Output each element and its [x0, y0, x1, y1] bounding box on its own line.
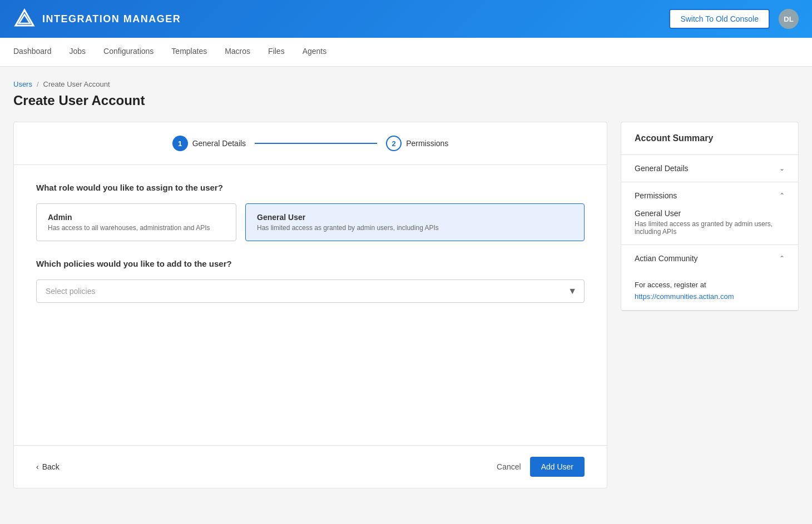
switch-console-button[interactable]: Switch To Old Console: [669, 9, 770, 29]
nav-item-templates[interactable]: Templates: [171, 38, 207, 66]
page-title: Create User Account: [13, 93, 799, 108]
nav-item-configurations[interactable]: Configurations: [103, 38, 154, 66]
summary-community-body: For access, register at https://communit…: [621, 272, 798, 310]
step-2: 2 Permissions: [386, 136, 448, 151]
summary-permissions-body: General User Has limited access as grant…: [621, 209, 798, 244]
breadcrumb-current: Create User Account: [43, 80, 110, 88]
nav-item-macros[interactable]: Macros: [225, 38, 250, 66]
summary-general-label: General Details: [635, 164, 689, 173]
content-layout: 1 General Details 2 Permissions What rol…: [13, 122, 799, 488]
role-options: Admin Has access to all warehouses, admi…: [36, 203, 585, 241]
policies-select-wrapper: Select policies ▼: [36, 280, 585, 303]
summary-section-permissions: Permissions ⌃ General User Has limited a…: [621, 182, 798, 245]
summary-role-desc: Has limited access as granted by admin u…: [635, 220, 785, 236]
role-admin-title: Admin: [48, 213, 225, 222]
role-general-title: General User: [257, 213, 573, 222]
community-text: For access, register at: [635, 281, 785, 289]
nav-item-files[interactable]: Files: [268, 38, 285, 66]
add-user-button[interactable]: Add User: [530, 457, 585, 477]
summary-permissions-header[interactable]: Permissions ⌃: [621, 182, 798, 209]
role-question: What role would you like to assign to th…: [36, 183, 585, 192]
nav-item-agents[interactable]: Agents: [303, 38, 327, 66]
summary-community-label: Actian Community: [635, 254, 698, 263]
policies-question: Which policies would you like to add to …: [36, 259, 585, 268]
role-admin-desc: Has access to all warehouses, administra…: [48, 224, 225, 232]
summary-permissions-label: Permissions: [635, 191, 677, 200]
header-right: Switch To Old Console DL: [669, 9, 799, 29]
back-arrow-icon: ‹: [36, 462, 39, 471]
back-button-label: Back: [42, 462, 60, 471]
step-2-label: Permissions: [406, 139, 448, 148]
summary-panel: Account Summary General Details ⌄ Permis…: [621, 122, 799, 311]
logo-icon: [13, 8, 36, 30]
form-footer: ‹ Back Cancel Add User: [14, 445, 607, 488]
summary-section-community: Actian Community ⌃ For access, register …: [621, 245, 798, 311]
main-content: Users / Create User Account Create User …: [0, 67, 812, 502]
footer-right: Cancel Add User: [497, 457, 585, 477]
chevron-down-icon: ⌄: [779, 164, 785, 172]
breadcrumb-separator: /: [37, 80, 39, 88]
form-panel: 1 General Details 2 Permissions What rol…: [13, 122, 607, 488]
back-button[interactable]: ‹ Back: [36, 462, 60, 471]
breadcrumb: Users / Create User Account: [13, 80, 799, 88]
role-general-desc: Has limited access as granted by admin u…: [257, 224, 573, 232]
policies-select-input[interactable]: Select policies: [36, 280, 585, 303]
avatar[interactable]: DL: [779, 9, 799, 29]
step-1-circle: 1: [172, 136, 188, 151]
cancel-button[interactable]: Cancel: [497, 462, 521, 471]
header: INTEGRATION MANAGER Switch To Old Consol…: [0, 0, 812, 38]
step-1-label: General Details: [192, 139, 246, 148]
form-spacer: [36, 316, 585, 427]
summary-role-name: General User: [635, 209, 785, 218]
chevron-up-community-icon: ⌃: [779, 254, 785, 262]
role-card-general-user[interactable]: General User Has limited access as grant…: [245, 203, 585, 241]
summary-community-header[interactable]: Actian Community ⌃: [621, 245, 798, 272]
stepper: 1 General Details 2 Permissions: [14, 122, 607, 165]
step-1: 1 General Details: [172, 136, 246, 151]
nav-item-jobs[interactable]: Jobs: [70, 38, 86, 66]
role-card-admin[interactable]: Admin Has access to all warehouses, admi…: [36, 203, 236, 241]
step-connector: [255, 143, 377, 144]
breadcrumb-parent[interactable]: Users: [13, 80, 32, 88]
summary-section-general: General Details ⌄: [621, 155, 798, 182]
header-left: INTEGRATION MANAGER: [13, 8, 181, 30]
main-nav: Dashboard Jobs Configurations Templates …: [0, 38, 812, 67]
chevron-up-icon: ⌃: [779, 192, 785, 199]
app-title: INTEGRATION MANAGER: [42, 13, 181, 25]
form-body: What role would you like to assign to th…: [14, 165, 607, 445]
summary-title: Account Summary: [621, 122, 798, 155]
community-link[interactable]: https://communities.actian.com: [635, 292, 734, 301]
stepper-inner: 1 General Details 2 Permissions: [172, 136, 449, 151]
step-2-circle: 2: [386, 136, 402, 151]
summary-general-header[interactable]: General Details ⌄: [621, 155, 798, 182]
nav-item-dashboard[interactable]: Dashboard: [13, 38, 52, 66]
